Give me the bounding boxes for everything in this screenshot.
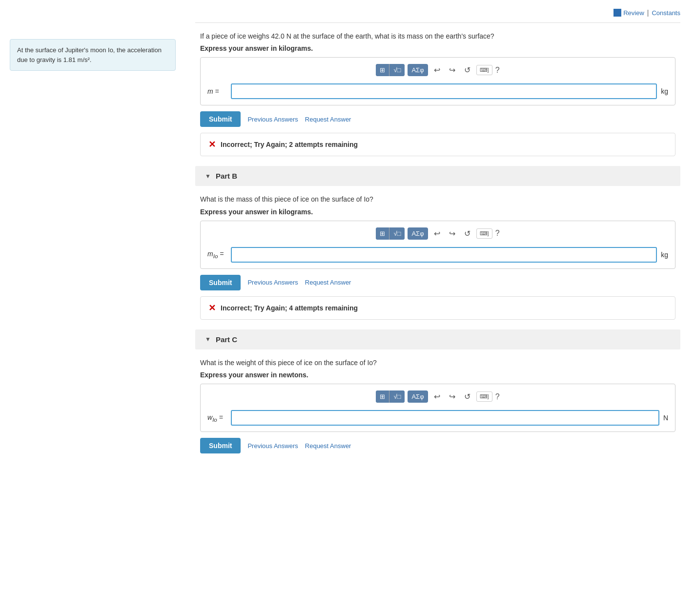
part-b-express: Express your answer in kilograms. — [200, 208, 675, 216]
sidebar: At the surface of Jupiter's moon Io, the… — [0, 0, 185, 616]
part-c-input-row: wIo = N — [207, 410, 668, 426]
part-b-keyboard-btn[interactable]: ⌨] — [476, 228, 492, 239]
part-a-keyboard-btn[interactable]: ⌨] — [476, 65, 492, 75]
part-b-refresh-btn[interactable]: ↺ — [461, 227, 473, 240]
part-c-submit-btn[interactable]: Submit — [200, 438, 241, 453]
part-b-title: Part B — [216, 172, 237, 180]
part-c-previous-answers-link[interactable]: Previous Answers — [247, 442, 298, 450]
part-c-undo-btn[interactable]: ↩ — [431, 390, 443, 403]
part-a-submit-btn[interactable]: Submit — [200, 111, 241, 127]
hint-text: At the surface of Jupiter's moon Io, the… — [17, 46, 162, 63]
part-c-express: Express your answer in newtons. — [200, 371, 675, 379]
part-b-chevron[interactable]: ▼ — [205, 173, 211, 180]
part-b-unit: kg — [661, 251, 668, 259]
part-a-greek-btn-group[interactable]: ΑΣφ — [408, 64, 428, 76]
part-b-submit-btn[interactable]: Submit — [200, 275, 241, 290]
part-c-content: What is the weight of this piece of ice … — [195, 357, 680, 453]
part-a-section: If a piece of ice weighs 42.0 N at the s… — [195, 31, 680, 156]
part-a-request-answer-link[interactable]: Request Answer — [305, 116, 351, 123]
part-c-answer-input[interactable] — [231, 410, 659, 426]
part-a-content: If a piece of ice weighs 42.0 N at the s… — [195, 31, 680, 156]
part-b-section: What is the mass of this piece of ice on… — [195, 194, 680, 319]
part-a-action-row: Submit Previous Answers Request Answer — [200, 111, 675, 127]
part-b-content: What is the mass of this piece of ice on… — [195, 194, 680, 319]
part-b-greek-btn-group[interactable]: ΑΣφ — [408, 227, 428, 240]
part-c-unit: N — [663, 414, 668, 422]
part-a-answer-box: ⊞ √□ ΑΣφ ↩ ↪ ↺ ⌨] ? m = — [200, 57, 675, 105]
part-c-refresh-btn[interactable]: ↺ — [461, 390, 473, 403]
part-b-header: ▼ Part B — [195, 166, 680, 186]
part-a-matrix-btn[interactable]: ⊞ — [376, 64, 389, 76]
part-a-math-label: m = — [207, 87, 227, 95]
part-c-math-label: wIo = — [207, 413, 227, 423]
part-a-help-btn[interactable]: ? — [495, 66, 500, 75]
part-b-question: What is the mass of this piece of ice on… — [200, 194, 675, 205]
part-b-action-row: Submit Previous Answers Request Answer — [200, 275, 675, 290]
part-b-sqrt-btn[interactable]: √□ — [389, 227, 405, 240]
part-a-undo-btn[interactable]: ↩ — [431, 63, 443, 77]
part-a-feedback-text: Incorrect; Try Again; 2 attempts remaini… — [221, 141, 358, 148]
part-a-feedback-box: ✕ Incorrect; Try Again; 2 attempts remai… — [200, 133, 675, 156]
part-b-feedback-text: Incorrect; Try Again; 4 attempts remaini… — [221, 304, 358, 312]
part-b-toolbar: ⊞ √□ ΑΣφ ↩ ↪ ↺ ⌨] ? — [207, 227, 668, 240]
part-b-redo-btn[interactable]: ↪ — [446, 227, 458, 240]
part-c-greek-btn[interactable]: ΑΣφ — [408, 390, 428, 403]
part-a-redo-btn[interactable]: ↪ — [446, 63, 458, 77]
part-a-sqrt-btn[interactable]: √□ — [389, 64, 405, 76]
part-b-input-row: mIo = kg — [207, 247, 668, 263]
part-c-request-answer-link[interactable]: Request Answer — [305, 442, 351, 450]
part-a-unit: kg — [661, 87, 668, 95]
top-bar: Review | Constants — [195, 5, 680, 23]
review-link[interactable]: Review — [623, 9, 644, 17]
review-icon — [613, 9, 621, 17]
part-c-keyboard-btn[interactable]: ⌨] — [476, 391, 492, 402]
part-b-answer-box: ⊞ √□ ΑΣφ ↩ ↪ ↺ ⌨] ? — [200, 221, 675, 269]
part-c-help-btn[interactable]: ? — [495, 392, 500, 401]
part-a-previous-answers-link[interactable]: Previous Answers — [247, 116, 298, 123]
part-c-chevron[interactable]: ▼ — [205, 336, 211, 343]
part-a-express: Express your answer in kilograms. — [200, 44, 675, 52]
main-content: Review | Constants If a piece of ice wei… — [185, 0, 695, 616]
part-b-incorrect-icon: ✕ — [208, 303, 216, 313]
part-b-matrix-btn[interactable]: ⊞ — [376, 227, 389, 240]
part-a-answer-input[interactable] — [231, 83, 657, 99]
part-a-input-row: m = kg — [207, 83, 668, 99]
part-a-incorrect-icon: ✕ — [208, 139, 216, 150]
part-c-sqrt-btn[interactable]: √□ — [389, 390, 405, 403]
part-b-greek-btn[interactable]: ΑΣφ — [408, 227, 428, 240]
part-b-answer-input[interactable] — [231, 247, 657, 263]
hint-box: At the surface of Jupiter's moon Io, the… — [10, 39, 176, 71]
part-c-redo-btn[interactable]: ↪ — [446, 390, 458, 403]
part-a-question: If a piece of ice weighs 42.0 N at the s… — [200, 31, 675, 41]
part-c-header: ▼ Part C — [195, 329, 680, 349]
part-c-matrix-btn[interactable]: ⊞ — [376, 390, 389, 403]
part-c-toolbar: ⊞ √□ ΑΣφ ↩ ↪ ↺ ⌨] ? — [207, 390, 668, 403]
part-b-undo-btn[interactable]: ↩ — [431, 227, 443, 240]
part-c-title: Part C — [216, 335, 237, 344]
part-c-greek-btn-group[interactable]: ΑΣφ — [408, 390, 428, 403]
part-b-help-btn[interactable]: ? — [495, 229, 500, 238]
part-a-matrix-btn-group[interactable]: ⊞ √□ — [376, 64, 405, 76]
part-c-answer-box: ⊞ √□ ΑΣφ ↩ ↪ ↺ ⌨] ? — [200, 384, 675, 432]
part-a-refresh-btn[interactable]: ↺ — [461, 63, 473, 77]
part-c-section: What is the weight of this piece of ice … — [195, 357, 680, 453]
part-a-greek-btn[interactable]: ΑΣφ — [408, 64, 428, 76]
part-a-toolbar: ⊞ √□ ΑΣφ ↩ ↪ ↺ ⌨] ? — [207, 63, 668, 77]
part-c-question: What is the weight of this piece of ice … — [200, 357, 675, 368]
part-b-request-answer-link[interactable]: Request Answer — [305, 279, 351, 286]
part-b-feedback-box: ✕ Incorrect; Try Again; 4 attempts remai… — [200, 296, 675, 320]
part-c-matrix-btn-group[interactable]: ⊞ √□ — [376, 390, 405, 403]
part-b-previous-answers-link[interactable]: Previous Answers — [247, 279, 298, 286]
separator: | — [647, 9, 649, 17]
part-c-action-row: Submit Previous Answers Request Answer — [200, 438, 675, 453]
constants-link[interactable]: Constants — [652, 9, 680, 17]
part-b-math-label: mIo = — [207, 250, 227, 259]
part-b-matrix-btn-group[interactable]: ⊞ √□ — [376, 227, 405, 240]
